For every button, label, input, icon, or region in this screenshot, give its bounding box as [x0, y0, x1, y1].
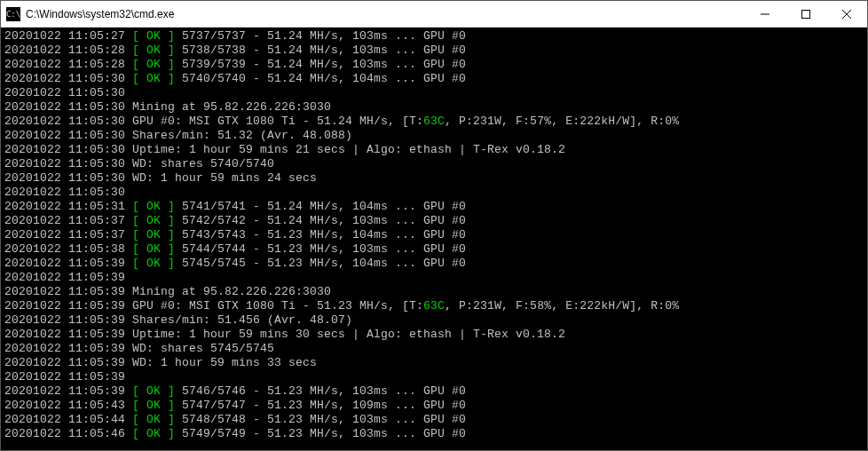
log-line: 20201022 11:05:30 WD: shares 5740/5740 [4, 157, 864, 171]
ok-badge: [ OK ] [132, 58, 175, 71]
log-line: 20201022 11:05:37 [ OK ] 5743/5743 - 51.… [4, 228, 864, 242]
timestamp: 20201022 11:05:31 [4, 200, 132, 213]
share-info: 5737/5737 - 51.24 MH/s, 103ms ... GPU #0 [175, 29, 466, 43]
close-icon [842, 10, 851, 19]
log-line: 20201022 11:05:30 Uptime: 1 hour 59 mins… [4, 143, 864, 157]
ok-badge: [ OK ] [132, 44, 175, 57]
timestamp: 20201022 11:05:38 [4, 242, 132, 256]
ok-badge: [ OK ] [132, 29, 175, 43]
share-info: 5743/5743 - 51.23 MH/s, 104ms ... GPU #0 [175, 228, 466, 241]
timestamp: 20201022 11:05:30 [4, 129, 132, 142]
log-text: WD: shares 5740/5740 [132, 157, 274, 170]
gpu-stat-prefix: GPU #0: MSI GTX 1080 Ti - 51.24 MH/s, [T… [132, 115, 423, 128]
share-info: 5749/5749 - 51.23 MH/s, 103ms ... GPU #0 [175, 427, 466, 440]
timestamp: 20201022 11:05:39 [4, 285, 132, 298]
timestamp: 20201022 11:05:39 [4, 384, 132, 398]
log-text: Shares/min: 51.32 (Avr. 48.088) [132, 129, 352, 142]
log-line: 20201022 11:05:39 [4, 370, 864, 384]
timestamp: 20201022 11:05:37 [4, 228, 132, 241]
log-line: 20201022 11:05:37 [ OK ] 5742/5742 - 51.… [4, 214, 864, 228]
share-info: 5744/5744 - 51.23 MH/s, 103ms ... GPU #0 [175, 242, 466, 256]
timestamp: 20201022 11:05:30 [4, 72, 132, 85]
log-line: 20201022 11:05:43 [ OK ] 5747/5747 - 51.… [4, 399, 864, 413]
log-line: 20201022 11:05:39 WD: shares 5745/5745 [4, 342, 864, 356]
timestamp: 20201022 11:05:27 [4, 29, 132, 43]
gpu-stat-suffix: , P:231W, F:58%, E:222kH/W], R:0% [445, 299, 679, 313]
gpu-temp: 63C [423, 299, 445, 313]
log-line: 20201022 11:05:39 [4, 271, 864, 285]
share-info: 5742/5742 - 51.24 MH/s, 103ms ... GPU #0 [175, 214, 466, 227]
timestamp: 20201022 11:05:30 [4, 143, 132, 156]
timestamp: 20201022 11:05:39 [4, 356, 132, 369]
terminal-output[interactable]: 20201022 11:05:27 [ OK ] 5737/5737 - 51.… [1, 28, 867, 450]
timestamp: 20201022 11:05:28 [4, 58, 132, 71]
log-line: 20201022 11:05:38 [ OK ] 5744/5744 - 51.… [4, 242, 864, 257]
timestamp: 20201022 11:05:30 [4, 100, 132, 114]
timestamp: 20201022 11:05:39 [4, 342, 132, 355]
log-line: 20201022 11:05:39 [ OK ] 5746/5746 - 51.… [4, 384, 864, 399]
minimize-button[interactable] [745, 1, 785, 27]
cmd-icon: C:\ [6, 7, 20, 21]
log-line: 20201022 11:05:30 Mining at 95.82.226.22… [4, 100, 864, 115]
timestamp: 20201022 11:05:30 [4, 115, 132, 128]
ok-badge: [ OK ] [132, 413, 175, 426]
log-line: 20201022 11:05:44 [ OK ] 5748/5748 - 51.… [4, 413, 864, 427]
log-line: 20201022 11:05:30 [4, 86, 864, 100]
cmd-window: C:\ C:\Windows\system32\cmd.exe 20201022… [0, 0, 868, 451]
share-info: 5745/5745 - 51.23 MH/s, 104ms ... GPU #0 [175, 257, 466, 270]
log-line: 20201022 11:05:46 [ OK ] 5749/5749 - 51.… [4, 427, 864, 441]
share-info: 5740/5740 - 51.24 MH/s, 104ms ... GPU #0 [175, 72, 466, 85]
log-text: Mining at 95.82.226.226:3030 [132, 100, 331, 114]
log-text: Shares/min: 51.456 (Avr. 48.07) [132, 313, 352, 327]
ok-badge: [ OK ] [132, 72, 175, 85]
log-line: 20201022 11:05:39 Shares/min: 51.456 (Av… [4, 313, 864, 328]
share-info: 5739/5739 - 51.24 MH/s, 103ms ... GPU #0 [175, 58, 466, 71]
log-text: WD: shares 5745/5745 [132, 342, 274, 355]
timestamp: 20201022 11:05:30 [4, 86, 125, 99]
log-line: 20201022 11:05:31 [ OK ] 5741/5741 - 51.… [4, 200, 864, 214]
timestamp: 20201022 11:05:30 [4, 186, 125, 199]
share-info: 5746/5746 - 51.23 MH/s, 103ms ... GPU #0 [175, 384, 466, 398]
timestamp: 20201022 11:05:44 [4, 413, 132, 426]
ok-badge: [ OK ] [132, 214, 175, 227]
gpu-stat-suffix: , P:231W, F:57%, E:222kH/W], R:0% [445, 115, 679, 128]
log-line: 20201022 11:05:39 Uptime: 1 hour 59 mins… [4, 328, 864, 342]
log-line: 20201022 11:05:28 [ OK ] 5739/5739 - 51.… [4, 58, 864, 72]
window-controls [745, 1, 867, 27]
share-info: 5741/5741 - 51.24 MH/s, 104ms ... GPU #0 [175, 200, 466, 213]
ok-badge: [ OK ] [132, 228, 175, 241]
timestamp: 20201022 11:05:30 [4, 157, 132, 170]
timestamp: 20201022 11:05:39 [4, 299, 132, 313]
close-button[interactable] [826, 1, 867, 27]
log-text: Mining at 95.82.226.226:3030 [132, 285, 331, 298]
window-title: C:\Windows\system32\cmd.exe [26, 8, 745, 20]
ok-badge: [ OK ] [132, 257, 175, 270]
log-line: 20201022 11:05:30 Shares/min: 51.32 (Avr… [4, 129, 864, 143]
timestamp: 20201022 11:05:46 [4, 427, 132, 440]
log-line: 20201022 11:05:30 GPU #0: MSI GTX 1080 T… [4, 115, 864, 129]
ok-badge: [ OK ] [132, 399, 175, 412]
log-line: 20201022 11:05:39 [ OK ] 5745/5745 - 51.… [4, 257, 864, 271]
maximize-button[interactable] [785, 1, 826, 27]
log-line: 20201022 11:05:28 [ OK ] 5738/5738 - 51.… [4, 44, 864, 58]
gpu-stat-prefix: GPU #0: MSI GTX 1080 Ti - 51.23 MH/s, [T… [132, 299, 423, 313]
timestamp: 20201022 11:05:28 [4, 44, 132, 57]
log-line: 20201022 11:05:30 [ OK ] 5740/5740 - 51.… [4, 72, 864, 86]
titlebar[interactable]: C:\ C:\Windows\system32\cmd.exe [1, 1, 867, 28]
timestamp: 20201022 11:05:39 [4, 313, 132, 327]
log-text: WD: 1 hour 59 mins 24 secs [132, 171, 317, 185]
log-text: Uptime: 1 hour 59 mins 21 secs | Algo: e… [132, 143, 565, 156]
ok-badge: [ OK ] [132, 427, 175, 440]
log-line: 20201022 11:05:39 WD: 1 hour 59 mins 33 … [4, 356, 864, 370]
log-line: 20201022 11:05:39 Mining at 95.82.226.22… [4, 285, 864, 299]
log-line: 20201022 11:05:39 GPU #0: MSI GTX 1080 T… [4, 299, 864, 313]
timestamp: 20201022 11:05:39 [4, 257, 132, 270]
timestamp: 20201022 11:05:37 [4, 214, 132, 227]
log-line: 20201022 11:05:30 WD: 1 hour 59 mins 24 … [4, 171, 864, 186]
log-line: 20201022 11:05:27 [ OK ] 5737/5737 - 51.… [4, 29, 864, 44]
timestamp: 20201022 11:05:39 [4, 370, 125, 384]
ok-badge: [ OK ] [132, 200, 175, 213]
log-text: Uptime: 1 hour 59 mins 30 secs | Algo: e… [132, 328, 565, 341]
timestamp: 20201022 11:05:30 [4, 171, 132, 185]
minimize-icon [761, 10, 769, 19]
